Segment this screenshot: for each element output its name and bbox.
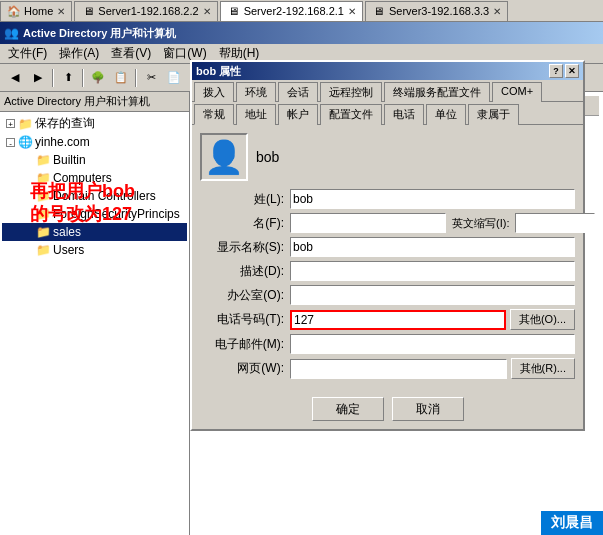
dialog-tab-danwei[interactable]: 单位 [426,104,466,125]
dialog-tab-changgui[interactable]: 常规 [194,104,234,125]
dialog-help-btn[interactable]: ? [549,64,563,78]
dialog-tab-dianhua[interactable]: 电话 [384,104,424,125]
form-row-displayname: 显示名称(S): [200,237,575,257]
folder-icon-computers: 📁 [35,170,51,186]
expand-users [24,246,33,255]
tab-server1[interactable]: 🖥 Server1-192.168.2.2 ✕ [74,1,217,21]
toolbar-btn2[interactable]: 📋 [110,67,132,89]
dialog-form: 👤 bob 姓(L): 名(F): 英文缩写(I): 显示名称(S): 描述(D… [192,125,583,391]
tab-home[interactable]: 🏠 Home ✕ [0,1,72,21]
home-icon: 🏠 [7,4,21,18]
menu-view[interactable]: 查看(V) [105,43,157,64]
tree-item-yinhe[interactable]: - 🌐 yinhe.com [2,133,187,151]
toolbar-back[interactable]: ◀ [4,67,26,89]
input-displayname[interactable] [290,237,575,257]
label-description: 描述(D): [200,263,290,280]
dialog-tab-dizhi[interactable]: 地址 [236,104,276,125]
toolbar-sep3 [135,69,137,87]
folder-icon-dc: 📁 [35,188,51,204]
tab-server3[interactable]: 🖥 Server3-192.168.3.3 ✕ [365,1,508,21]
dialog-buttons: 确定 取消 [192,391,583,429]
tree-item-dc[interactable]: 📁 Domain Controllers [2,187,187,205]
tab-close-server1[interactable]: ✕ [203,6,211,17]
dialog-tab-boru[interactable]: 拨入 [194,82,234,102]
cancel-button[interactable]: 取消 [392,397,464,421]
input-email[interactable] [290,334,575,354]
dialog-title-buttons: ? ✕ [549,64,579,78]
tab-server2[interactable]: 🖥 Server2-192.168.2.1 ✕ [220,1,363,21]
label-lastname: 姓(L): [200,191,290,208]
dialog-tabs-row2: 常规 地址 帐户 配置文件 电话 单位 隶属于 [192,102,583,125]
dialog-tab-huanjing[interactable]: 环境 [236,82,276,102]
label-email: 电子邮件(M): [200,336,290,353]
tab-close-home[interactable]: ✕ [57,6,65,17]
window-titlebar: 👥 Active Directory 用户和计算机 [0,22,603,44]
tree-item-builtin[interactable]: 📁 Builtin [2,151,187,169]
menu-action[interactable]: 操作(A) [53,43,105,64]
tab-close-server2[interactable]: ✕ [348,6,356,17]
dialog-tab-com[interactable]: COM+ [492,82,542,102]
dialog-close-btn[interactable]: ✕ [565,64,579,78]
folder-icon-users: 📁 [35,242,51,258]
input-english-abbr[interactable] [515,213,595,233]
expand-sales [24,228,33,237]
server2-icon: 🖥 [227,4,241,18]
avatar-row: 👤 bob [200,133,575,181]
dialog-tab-remote[interactable]: 远程控制 [320,82,382,102]
label-english-abbr: 英文缩写(I): [452,216,509,231]
dialog-tabs: 拨入 环境 会话 远程控制 终端服务配置文件 COM+ [192,80,583,102]
dialog-tab-terminal[interactable]: 终端服务配置文件 [384,82,490,102]
menu-file[interactable]: 文件(F) [2,43,53,64]
input-lastname[interactable] [290,189,575,209]
tree-tab-label[interactable]: Active Directory 用户和计算机 [4,94,150,109]
toolbar-show-tree[interactable]: 🌳 [87,67,109,89]
name-badge: 刘晨昌 [541,511,603,535]
folder-icon-builtin: 📁 [35,152,51,168]
expand-dc [24,192,33,201]
bob-properties-dialog: bob 属性 ? ✕ 拨入 环境 会话 远程控制 终端服务配置文件 COM+ 常… [190,60,585,431]
toolbar-forward[interactable]: ▶ [27,67,49,89]
label-webpage: 网页(W): [200,360,290,377]
expand-yinhe[interactable]: - [6,138,15,147]
tree-item-fsp[interactable]: 📁 ForeignSecurityPrincips [2,205,187,223]
input-firstname[interactable] [290,213,446,233]
expand-builtin [24,156,33,165]
form-row-phone: 电话号码(T): 其他(O)... [200,309,575,330]
input-phone[interactable] [290,310,506,330]
toolbar-copy[interactable]: 📄 [163,67,185,89]
input-office[interactable] [290,285,575,305]
dialog-tab-lishu[interactable]: 隶属于 [468,104,519,125]
label-firstname: 名(F): [200,215,290,232]
toolbar-up[interactable]: ⬆ [57,67,79,89]
dialog-user-name: bob [256,149,279,165]
tree-item-computers[interactable]: 📁 Computers [2,169,187,187]
label-displayname: 显示名称(S): [200,239,290,256]
form-row-email: 电子邮件(M): [200,334,575,354]
expand-computers [24,174,33,183]
tree-item-sales[interactable]: 📁 sales [2,223,187,241]
input-description[interactable] [290,261,575,281]
window-icon: 👥 [4,26,19,40]
tab-bar: 🏠 Home ✕ 🖥 Server1-192.168.2.2 ✕ 🖥 Serve… [0,0,603,22]
dialog-tab-zhanghu[interactable]: 帐户 [278,104,318,125]
server3-icon: 🖥 [372,4,386,18]
folder-icon-saved: 📁 [17,116,33,132]
dialog-tab-huihua[interactable]: 会话 [278,82,318,102]
webpage-other-btn[interactable]: 其他(R)... [511,358,575,379]
tab-close-server3[interactable]: ✕ [493,6,501,17]
toolbar-cut[interactable]: ✂ [140,67,162,89]
ok-button[interactable]: 确定 [312,397,384,421]
avatar-icon: 👤 [204,138,244,176]
dialog-tab-peizhi[interactable]: 配置文件 [320,104,382,125]
avatar: 👤 [200,133,248,181]
phone-other-btn[interactable]: 其他(O)... [510,309,575,330]
toolbar-sep2 [82,69,84,87]
expand-saved[interactable]: + [6,119,15,128]
input-webpage[interactable] [290,359,507,379]
tree-item-users[interactable]: 📁 Users [2,241,187,259]
dialog-titlebar: bob 属性 ? ✕ [192,62,583,80]
tree-item-saved-queries[interactable]: + 📁 保存的查询 [2,114,187,133]
label-phone: 电话号码(T): [200,311,290,328]
label-office: 办公室(O): [200,287,290,304]
folder-icon-sales: 📁 [35,224,51,240]
